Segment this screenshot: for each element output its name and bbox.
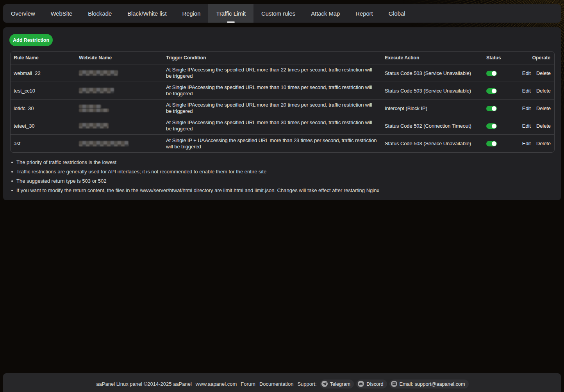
note-item: If you want to modify the return content…: [10, 186, 379, 195]
trigger-condition-line: be triggered: [166, 126, 382, 132]
column-header-execute-action: Execute Action: [382, 55, 483, 61]
footer-button-label: Email: support@aapanel.com: [400, 381, 465, 387]
delete-link[interactable]: Delete: [536, 141, 551, 146]
tab-label: Global: [389, 11, 405, 17]
delete-link[interactable]: Delete: [536, 105, 551, 111]
website-name-cell: [76, 141, 163, 146]
footer: aaPanel Linux panel ©2014-2025 aaPanel w…: [3, 373, 561, 392]
status-toggle[interactable]: [486, 123, 497, 129]
execute-action-cell: Status Code 503 (Service Unavailable): [382, 70, 483, 76]
trigger-condition-cell: At Single IP + UAAccessing the specified…: [163, 137, 382, 150]
table-row: test_cc10At Single IPAccessing the speci…: [11, 82, 554, 100]
edit-link[interactable]: Edit: [522, 123, 531, 129]
tab-label: Report: [355, 11, 373, 17]
tab-attack-map[interactable]: Attack Map: [303, 4, 348, 23]
delete-link[interactable]: Delete: [536, 70, 551, 76]
footer-button-discord[interactable]: Discord: [356, 380, 387, 388]
footer-button-email[interactable]: Email: support@aapanel.com: [389, 380, 469, 388]
footer-button-label: Telegram: [330, 381, 351, 387]
table-row: asfAt Single IP + UAAccessing the specif…: [11, 135, 554, 152]
edit-link[interactable]: Edit: [522, 88, 531, 94]
column-header-status: Status: [483, 55, 522, 61]
rule-name-cell: lotkfc_30: [11, 105, 76, 111]
website-name-cell: [76, 123, 163, 128]
column-header-website-name: Website Name: [76, 55, 163, 61]
status-cell: [483, 123, 522, 129]
trigger-condition-cell: At Single IPAccessing the specified URL …: [163, 84, 382, 97]
delete-link[interactable]: Delete: [536, 88, 551, 94]
execute-action-cell: Status Code 502 (Connection Timeout): [382, 123, 483, 129]
edit-link[interactable]: Edit: [522, 141, 531, 146]
redacted-website-name: [79, 123, 109, 128]
nav-tabs: OverviewWebSiteBlockadeBlack/White listR…: [3, 4, 561, 23]
tab-website[interactable]: WebSite: [43, 4, 80, 23]
rule-name-cell: asf: [11, 141, 76, 146]
rule-name-cell: webmail_22: [11, 70, 76, 76]
execute-action-cell: Status Code 503 (Service Unavailable): [382, 88, 483, 94]
tab-report[interactable]: Report: [348, 4, 380, 23]
telegram-icon: [321, 381, 328, 387]
footer-copyright: aaPanel Linux panel ©2014-2025 aaPanel: [96, 381, 192, 387]
operate-cell: EditDelete: [522, 88, 554, 94]
trigger-condition-line: be triggered: [166, 73, 382, 79]
trigger-condition-line: At Single IPAccessing the specified URL …: [166, 67, 382, 73]
website-name-cell: [76, 88, 163, 93]
footer-button-telegram[interactable]: Telegram: [320, 380, 354, 388]
operate-cell: EditDelete: [522, 141, 554, 146]
edit-link[interactable]: Edit: [522, 70, 531, 76]
operate-cell: EditDelete: [522, 70, 554, 76]
tab-label: WebSite: [51, 11, 73, 17]
notes-list: The priority of traffic restrictions is …: [10, 158, 379, 195]
tab-label: Black/White list: [127, 11, 166, 17]
execute-action-cell: Status Code 503 (Service Unavailable): [382, 141, 483, 146]
column-header-rule-name: Rule Name: [11, 55, 76, 61]
operate-cell: EditDelete: [522, 123, 554, 129]
tab-custom-rules[interactable]: Custom rules: [253, 4, 303, 23]
website-name-cell: [76, 105, 163, 112]
execute-action-cell: Intercept (Block IP): [382, 105, 483, 111]
status-toggle[interactable]: [486, 106, 497, 111]
trigger-condition-line: At Single IPAccessing the specified URL …: [166, 119, 382, 126]
note-item: Traffic restrictions are generally used …: [10, 167, 379, 176]
table-header-row: Rule NameWebsite NameTrigger ConditionEx…: [11, 52, 554, 64]
status-cell: [483, 141, 522, 147]
trigger-condition-line: will be triggered: [166, 144, 382, 150]
rule-name-cell: test_cc10: [11, 88, 76, 94]
operate-cell: EditDelete: [522, 105, 554, 111]
status-toggle[interactable]: [486, 88, 497, 94]
add-restriction-button[interactable]: Add Restriction: [9, 34, 53, 46]
table-body: webmail_22At Single IPAccessing the spec…: [11, 64, 554, 152]
footer-link-forum[interactable]: Forum: [241, 381, 255, 387]
tab-traffic-limit[interactable]: Traffic Limit: [208, 4, 253, 23]
footer-link-website[interactable]: www.aapanel.com: [196, 381, 237, 387]
tab-blockade[interactable]: Blockade: [80, 4, 120, 23]
note-item: The priority of traffic restrictions is …: [10, 158, 379, 167]
trigger-condition-cell: At Single IPAccessing the specified URL …: [163, 67, 382, 79]
tab-region[interactable]: Region: [175, 4, 209, 23]
status-toggle[interactable]: [486, 71, 497, 76]
status-toggle[interactable]: [486, 141, 497, 146]
tab-global[interactable]: Global: [381, 4, 413, 23]
rules-table: Rule NameWebsite NameTrigger ConditionEx…: [10, 51, 555, 153]
status-cell: [483, 87, 522, 94]
footer-buttons: TelegramDiscordEmail: support@aapanel.co…: [319, 380, 470, 388]
tab-overview[interactable]: Overview: [3, 4, 43, 23]
footer-link-documentation[interactable]: Documentation: [259, 381, 293, 387]
redacted-website-name: [79, 109, 109, 112]
tab-label: Blockade: [88, 11, 112, 17]
email-icon: [391, 381, 397, 387]
tab-label: Region: [182, 11, 201, 17]
delete-link[interactable]: Delete: [536, 123, 551, 129]
tab-black-white-list[interactable]: Black/White list: [120, 4, 174, 23]
note-item: The suggested return type is 503 or 502: [10, 176, 379, 186]
column-header-trigger-condition: Trigger Condition: [163, 55, 382, 61]
column-header-operate: Operate: [522, 55, 554, 61]
trigger-condition-line: At Single IPAccessing the specified URL …: [166, 84, 382, 91]
trigger-condition-line: At Single IPAccessing the specified URL …: [166, 102, 382, 108]
tab-label: Custom rules: [261, 11, 295, 17]
discord-icon: [358, 381, 364, 387]
edit-link[interactable]: Edit: [522, 105, 531, 111]
rule-name-cell: teteet_30: [11, 123, 76, 129]
website-name-cell: [76, 70, 163, 76]
trigger-condition-line: At Single IP + UAAccessing the specified…: [166, 137, 382, 144]
